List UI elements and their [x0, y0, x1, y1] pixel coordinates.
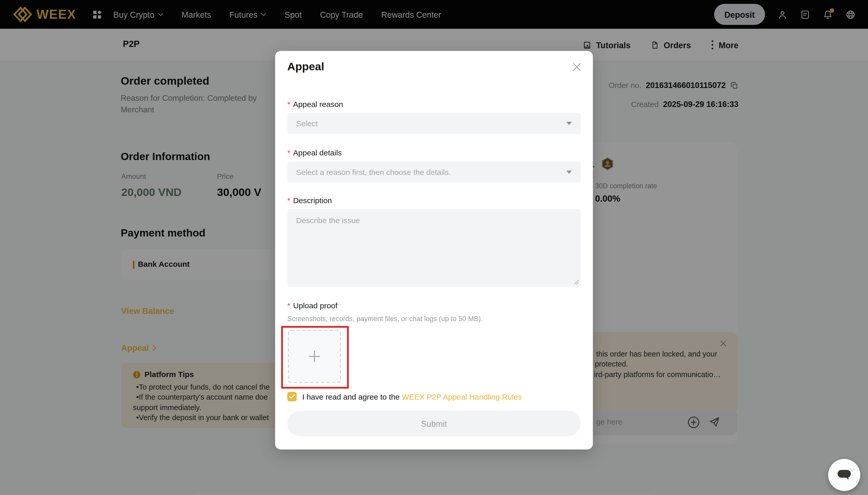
agreement-checkbox[interactable] — [287, 392, 297, 402]
upload-hint: Screenshots, records, payment files, or … — [287, 315, 483, 323]
appeal-reason-label: *Appeal reason — [287, 100, 343, 108]
description-label: *Description — [287, 196, 332, 205]
appeal-reason-select[interactable]: Select — [287, 113, 581, 134]
chat-bubble-icon — [836, 468, 853, 482]
appeal-rules-link[interactable]: WEEX P2P Appeal Handling Rules — [402, 392, 522, 401]
page: WEEX Buy Crypto Markets Futures Spot Cop… — [0, 0, 868, 495]
appeal-modal: Appeal *Appeal reason Select *Appeal det… — [275, 51, 593, 449]
resize-handle-icon[interactable] — [574, 279, 579, 285]
upload-proof-label: *Upload proof — [287, 301, 338, 310]
appeal-reason-placeholder: Select — [296, 119, 318, 128]
agreement-row: I have read and agree to the WEEX P2P Ap… — [287, 392, 522, 402]
check-icon — [289, 394, 295, 399]
agreement-text: I have read and agree to the — [302, 392, 402, 401]
live-chat-button[interactable] — [828, 459, 860, 491]
description-placeholder: Describe the issue — [296, 216, 360, 225]
caret-down-icon — [566, 122, 572, 125]
modal-title: Appeal — [287, 60, 324, 73]
description-textarea[interactable]: Describe the issue — [287, 209, 581, 287]
annotation-highlight-rect — [281, 326, 348, 389]
caret-down-icon — [566, 171, 572, 174]
appeal-details-placeholder: Select a reason first, then choose the d… — [296, 168, 451, 177]
submit-button[interactable]: Submit — [287, 411, 581, 436]
appeal-details-label: *Appeal details — [287, 148, 342, 157]
modal-close-icon[interactable] — [571, 61, 583, 73]
appeal-details-select[interactable]: Select a reason first, then choose the d… — [287, 161, 581, 183]
